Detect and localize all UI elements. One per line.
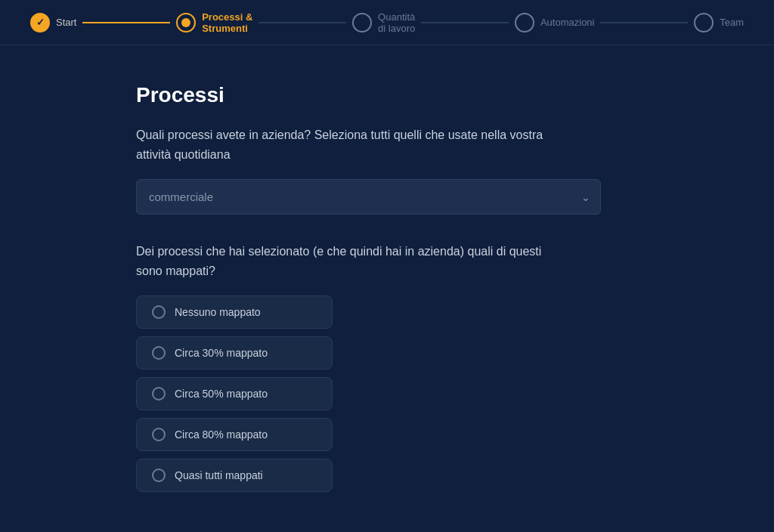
radio-option-80[interactable]: Circa 80% mappato bbox=[136, 418, 333, 451]
top-navigation: ✓ Start Processi &Strumenti Quantitàdi l… bbox=[0, 0, 774, 45]
step-circle-quantita bbox=[352, 13, 372, 32]
checkmark-icon: ✓ bbox=[36, 17, 45, 28]
nav-line-1 bbox=[82, 22, 170, 23]
page-title: Processi bbox=[136, 83, 638, 107]
nav-step-automazioni[interactable]: Automazioni bbox=[515, 13, 595, 32]
question-1-text: Quali processi avete in azienda? Selezio… bbox=[136, 125, 574, 164]
step-label-quantita: Quantitàdi lavoro bbox=[378, 11, 415, 34]
nav-step-quantita[interactable]: Quantitàdi lavoro bbox=[352, 11, 415, 34]
radio-option-none[interactable]: Nessuno mappato bbox=[136, 295, 333, 329]
processi-dropdown[interactable]: commerciale marketing operations bbox=[136, 179, 601, 215]
step-label-processi: Processi &Strumenti bbox=[202, 11, 252, 34]
radio-label-all: Quasi tutti mappati bbox=[175, 469, 263, 481]
radio-label-30: Circa 30% mappato bbox=[175, 347, 268, 359]
radio-circle-80 bbox=[152, 428, 166, 441]
radio-label-80: Circa 80% mappato bbox=[175, 428, 268, 441]
question-2-text: Dei processi che hai selezionato (e che … bbox=[136, 242, 559, 280]
step-circle-start: ✓ bbox=[30, 13, 50, 32]
radio-circle-all bbox=[152, 469, 166, 482]
step-label-automazioni: Automazioni bbox=[540, 17, 595, 28]
radio-options-group: Nessuno mappato Circa 30% mappato Circa … bbox=[136, 295, 638, 492]
step-circle-automazioni bbox=[515, 13, 534, 32]
radio-circle-50 bbox=[152, 387, 166, 401]
processi-dropdown-wrapper: commerciale marketing operations ⌄ bbox=[136, 179, 601, 215]
nav-line-3 bbox=[421, 22, 509, 23]
step-label-team: Team bbox=[720, 17, 744, 28]
radio-label-50: Circa 50% mappato bbox=[175, 388, 268, 400]
nav-step-processi[interactable]: Processi &Strumenti bbox=[176, 11, 252, 34]
radio-option-30[interactable]: Circa 30% mappato bbox=[136, 336, 333, 370]
radio-label-none: Nessuno mappato bbox=[175, 306, 261, 318]
main-content: Processi Quali processi avete in azienda… bbox=[0, 45, 774, 522]
radio-circle-30 bbox=[152, 346, 166, 360]
step-circle-processi bbox=[176, 13, 196, 32]
nav-step-team[interactable]: Team bbox=[694, 13, 744, 32]
nav-line-2 bbox=[259, 22, 346, 23]
step-label-start: Start bbox=[56, 17, 76, 28]
nav-step-start[interactable]: ✓ Start bbox=[30, 13, 76, 32]
radio-option-50[interactable]: Circa 50% mappato bbox=[136, 377, 333, 410]
nav-line-4 bbox=[600, 22, 688, 23]
step-circle-team bbox=[694, 13, 714, 32]
radio-circle-none bbox=[152, 305, 166, 319]
radio-option-all[interactable]: Quasi tutti mappati bbox=[136, 459, 333, 492]
